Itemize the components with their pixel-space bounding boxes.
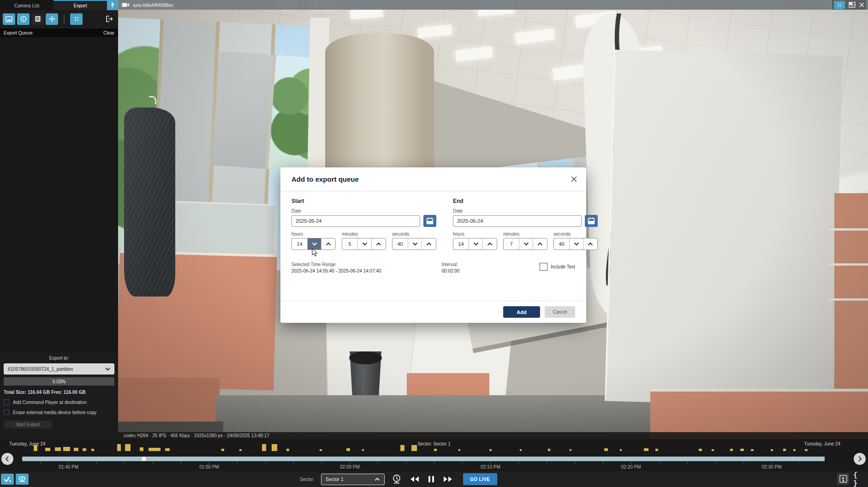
export-destination-panel: Export to: 6105786019350724_1_partition … <box>0 353 118 439</box>
expand-panel-button[interactable] <box>46 13 58 25</box>
export-queue-list[interactable] <box>0 37 118 353</box>
timeline-tick-label: 01:50 PM <box>199 464 219 469</box>
start-hours-value[interactable]: 14 <box>292 238 308 249</box>
interval-value: 00:02:00 <box>442 268 540 273</box>
recording-event-marker <box>620 449 622 451</box>
chevron-down-icon <box>362 242 368 246</box>
pin-panel-button[interactable] <box>107 0 118 10</box>
start-minutes-down-button[interactable] <box>358 238 372 249</box>
checkmark-icon <box>4 476 11 482</box>
cancel-button[interactable]: Cancel <box>545 306 575 318</box>
selected-range-label: Selected Time Range <box>291 262 425 267</box>
calendar-icon <box>588 217 595 225</box>
destination-select[interactable]: 6105786019350724_1_partition <box>4 363 114 374</box>
seconds-label: seconds <box>392 232 436 237</box>
info-button[interactable] <box>17 13 30 25</box>
recording-event-marker <box>221 449 224 451</box>
end-date-input[interactable]: 2025-06-24 <box>453 215 582 227</box>
start-seconds-value[interactable]: 40 <box>392 238 408 249</box>
recording-event-marker <box>262 444 266 451</box>
verify-export-button[interactable] <box>1 474 14 485</box>
queue-list-button[interactable] <box>31 13 44 25</box>
fast-forward-button[interactable] <box>442 476 454 482</box>
recording-event-marker <box>548 449 550 451</box>
jump-to-time-button[interactable] <box>391 474 402 484</box>
erase-media-checkbox[interactable] <box>4 410 9 415</box>
start-minutes-value[interactable]: 5 <box>342 238 358 249</box>
chevron-down-icon <box>473 242 479 246</box>
end-seconds-value[interactable]: 40 <box>554 238 570 249</box>
recording-event-marker <box>55 447 61 451</box>
recording-event-marker <box>286 449 289 451</box>
go-live-button[interactable]: GO LIVE <box>463 473 497 485</box>
start-minutes-up-button[interactable] <box>372 238 386 249</box>
recording-event-marker <box>644 448 648 451</box>
tab-camera-list[interactable]: Camera List <box>0 0 54 10</box>
add-command-player-checkbox[interactable] <box>4 399 9 405</box>
rewind-button[interactable] <box>409 476 421 482</box>
sector-select[interactable]: Sector 1 <box>321 474 385 485</box>
end-hours-down-button[interactable] <box>469 238 483 249</box>
start-hours-down-button[interactable] <box>308 238 321 249</box>
include-text-option: Include Text <box>540 263 575 271</box>
export-exit-button[interactable] <box>103 13 115 25</box>
braces-icon[interactable]: { } <box>853 473 865 485</box>
pause-button[interactable] <box>427 475 435 483</box>
playback-control-bar: Sector: Sector 1 GO LIVE { } <box>0 471 868 487</box>
grid-layout-button[interactable] <box>849 2 856 8</box>
end-seconds-up-button[interactable] <box>583 238 597 249</box>
end-seconds-group: seconds 40 <box>553 232 598 250</box>
close-video-button[interactable] <box>859 2 864 7</box>
start-seconds-up-button[interactable] <box>422 238 436 249</box>
start-export-button[interactable]: Start Export <box>4 421 52 428</box>
info-icon <box>20 16 27 22</box>
end-seconds-down-button[interactable] <box>570 238 583 249</box>
clear-queue-button[interactable]: Clear <box>103 30 114 36</box>
start-calendar-button[interactable] <box>423 215 436 227</box>
end-hours-value[interactable]: 14 <box>453 238 469 249</box>
start-seconds-down-button[interactable] <box>408 238 422 249</box>
tab-export[interactable]: Export <box>54 0 107 10</box>
start-seconds-group: seconds 40 <box>392 232 436 250</box>
start-heading: Start <box>291 198 436 204</box>
recording-event-marker <box>91 449 94 451</box>
recording-event-marker <box>346 448 350 451</box>
collapse-panel-button[interactable] <box>70 13 83 25</box>
start-minutes-group: minutes 5 <box>342 232 386 250</box>
export-clip-button[interactable] <box>837 473 849 485</box>
recording-event-marker <box>272 444 277 451</box>
end-heading: End <box>453 198 598 204</box>
end-calendar-button[interactable] <box>585 215 598 227</box>
timeline-panel[interactable]: Tuesday, June 24 Sector: Sector 1 Tuesda… <box>0 439 868 471</box>
motion-visibility-button[interactable] <box>16 474 29 485</box>
railing-bar <box>829 298 868 301</box>
progress-value: 0.03% <box>53 379 65 384</box>
end-minutes-value[interactable]: 7 <box>504 238 519 249</box>
recording-event-marker <box>489 449 492 451</box>
railing-bar <box>829 228 868 231</box>
minutes-label: minutes <box>342 232 386 237</box>
railing-bar <box>829 263 868 266</box>
pin-icon <box>110 2 115 8</box>
recording-event-marker <box>83 448 86 451</box>
add-to-export-queue-dialog: Add to export queue Start Date 2025-06-2… <box>280 167 586 323</box>
add-button[interactable]: Add <box>503 306 540 318</box>
rewind-icon <box>410 476 420 482</box>
start-minutes-stepper: 5 <box>342 238 386 250</box>
start-hours-up-button[interactable] <box>321 238 335 249</box>
collapse-view-button[interactable] <box>834 1 845 9</box>
timeline-scroll-right-button[interactable] <box>854 453 866 465</box>
interval-and-options: Interval: 00:02:00 Include Text <box>442 262 576 273</box>
end-hours-up-button[interactable] <box>483 238 497 249</box>
start-date-input[interactable]: 2025-06-24 <box>291 215 420 227</box>
recording-event-marker <box>604 448 608 451</box>
timeline-tick-label: 02:10 PM <box>481 464 500 469</box>
export-video-button[interactable] <box>3 13 15 25</box>
end-minutes-down-button[interactable] <box>519 238 533 249</box>
timeline-scroll-left-button[interactable] <box>1 453 13 465</box>
end-minutes-up-button[interactable] <box>533 238 547 249</box>
include-text-checkbox[interactable] <box>540 263 547 271</box>
dialog-close-button[interactable] <box>569 174 579 184</box>
recording-event-marker <box>570 449 571 451</box>
recording-event-marker <box>434 449 437 451</box>
